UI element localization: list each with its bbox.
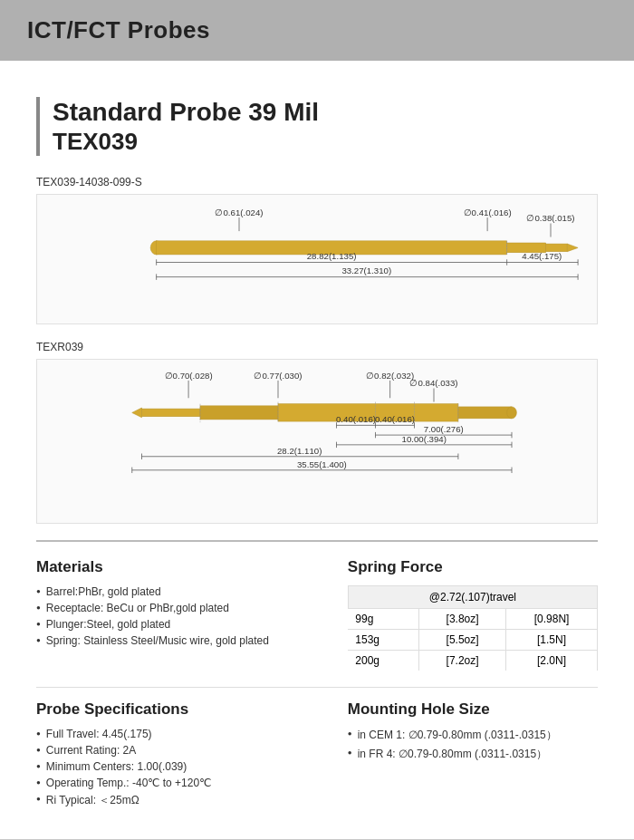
spec-item-2: Current Rating: 2A bbox=[36, 744, 312, 757]
svg-rect-35 bbox=[458, 407, 512, 419]
page-header: ICT/FCT Probes bbox=[0, 0, 634, 61]
divider1 bbox=[36, 540, 598, 542]
svg-marker-31 bbox=[132, 408, 142, 418]
probe1-svg: ∅0.61(.024) ∅0.41(.016) ∅0.38(.015) bbox=[44, 204, 590, 311]
svg-text:∅0.61(.024): ∅0.61(.024) bbox=[215, 208, 263, 217]
spring-row1-col2: [3.8oz] bbox=[419, 608, 506, 629]
spec-item-5: Ri Typical: ＜25mΩ bbox=[36, 793, 312, 808]
probe-specs-title: Probe Specifications bbox=[36, 700, 312, 719]
probe2-section: TEXR039 ∅0.70(.028) ∅0.77(.030) ∅0.82(.0… bbox=[36, 341, 598, 524]
mounting-item-2: in FR 4: ∅0.79-0.80mm (.0311-.0315） bbox=[348, 747, 598, 762]
spring-row3-col3: [2.0N] bbox=[506, 650, 598, 671]
svg-text:∅0.82(.032): ∅0.82(.032) bbox=[366, 371, 414, 381]
svg-text:∅0.41(.016): ∅0.41(.016) bbox=[464, 208, 512, 217]
svg-text:4.45(.175): 4.45(.175) bbox=[522, 251, 562, 261]
spring-row2-col2: [5.5oz] bbox=[419, 629, 506, 650]
material-item-1: Barrel:PhBr, gold plated bbox=[36, 585, 312, 598]
svg-text:∅0.38(.015): ∅0.38(.015) bbox=[526, 213, 574, 223]
table-row: 153g [5.5oz] [1.5N] bbox=[348, 629, 597, 650]
spring-force-header: @2.72(.107)travel bbox=[348, 585, 597, 608]
spec-item-1: Full Travel: 4.45(.175) bbox=[36, 728, 312, 740]
svg-text:0.40(.016): 0.40(.016) bbox=[336, 414, 376, 424]
table-row: 99g [3.8oz] [0.98N] bbox=[348, 608, 597, 629]
svg-text:35.55(1.400): 35.55(1.400) bbox=[297, 459, 347, 469]
page-title-line2: TEX039 bbox=[53, 128, 598, 156]
svg-text:∅0.84(.033): ∅0.84(.033) bbox=[409, 378, 457, 388]
svg-text:28.2(1.110): 28.2(1.110) bbox=[277, 446, 322, 456]
table-row: 200g [7.2oz] [2.0N] bbox=[348, 650, 597, 671]
main-content: Standard Probe 39 Mil TEX039 TEX039-1403… bbox=[0, 61, 634, 839]
material-item-3: Plunger:Steel, gold plated bbox=[36, 618, 312, 631]
probe-specs-list: Full Travel: 4.45(.175) Current Rating: … bbox=[36, 728, 312, 808]
svg-rect-33 bbox=[200, 406, 278, 420]
spec-item-3: Minimum Centers: 1.00(.039) bbox=[36, 760, 312, 773]
mounting-list: in CEM 1: ∅0.79-0.80mm (.0311-.0315） in … bbox=[348, 728, 598, 762]
probe1-diagram: ∅0.61(.024) ∅0.41(.016) ∅0.38(.015) bbox=[36, 194, 598, 324]
svg-rect-32 bbox=[142, 409, 201, 417]
spring-row2-col1: 153g bbox=[348, 629, 418, 650]
materials-springforce-row: Materials Barrel:PhBr, gold plated Recep… bbox=[36, 558, 598, 671]
svg-text:10.00(.394): 10.00(.394) bbox=[402, 434, 447, 444]
specs-mounting-row: Probe Specifications Full Travel: 4.45(.… bbox=[36, 700, 598, 812]
svg-text:7.00(.276): 7.00(.276) bbox=[424, 424, 464, 434]
svg-text:∅0.77(.030): ∅0.77(.030) bbox=[254, 371, 302, 381]
header-title: ICT/FCT Probes bbox=[27, 16, 210, 43]
svg-text:28.82(1.135): 28.82(1.135) bbox=[307, 251, 357, 261]
svg-marker-10 bbox=[567, 244, 578, 252]
svg-text:33.27(1.310): 33.27(1.310) bbox=[341, 266, 391, 275]
probe-specs-section: Probe Specifications Full Travel: 4.45(.… bbox=[36, 700, 312, 812]
spring-force-title: Spring Force bbox=[348, 558, 598, 576]
spring-force-table: @2.72(.107)travel 99g [3.8oz] [0.98N] 15… bbox=[348, 585, 598, 671]
svg-text:0.40(.016): 0.40(.016) bbox=[375, 414, 415, 424]
svg-text:∅0.70(.028): ∅0.70(.028) bbox=[165, 371, 213, 381]
page-title-block: Standard Probe 39 Mil TEX039 bbox=[36, 97, 598, 156]
materials-section: Materials Barrel:PhBr, gold plated Recep… bbox=[36, 558, 312, 671]
spring-force-section: Spring Force @2.72(.107)travel 99g [3.8o… bbox=[348, 558, 598, 671]
material-item-2: Receptacle: BeCu or PhBr,gold plated bbox=[36, 602, 312, 614]
materials-title: Materials bbox=[36, 558, 312, 576]
mounting-title: Mounting Hole Size bbox=[348, 700, 598, 719]
probe1-section: TEX039-14038-099-S ∅0.61(.024) ∅0.41(.01… bbox=[36, 176, 598, 324]
material-item-4: Spring: Stainless Steel/Music wire, gold… bbox=[36, 634, 312, 647]
spring-row3-col1: 200g bbox=[348, 650, 418, 671]
mounting-item-1: in CEM 1: ∅0.79-0.80mm (.0311-.0315） bbox=[348, 728, 598, 743]
probe2-diagram: ∅0.70(.028) ∅0.77(.030) ∅0.82(.032) ∅0.8… bbox=[36, 359, 598, 524]
materials-list: Barrel:PhBr, gold plated Receptacle: BeC… bbox=[36, 585, 312, 647]
svg-point-36 bbox=[507, 407, 517, 419]
probe2-svg: ∅0.70(.028) ∅0.77(.030) ∅0.82(.032) ∅0.8… bbox=[44, 369, 590, 510]
spec-item-4: Operating Temp.: -40℃ to +120℃ bbox=[36, 777, 312, 789]
spring-row3-col2: [7.2oz] bbox=[419, 650, 506, 671]
spring-row1-col3: [0.98N] bbox=[506, 608, 598, 629]
probe2-label: TEXR039 bbox=[36, 341, 598, 353]
spring-row2-col3: [1.5N] bbox=[506, 629, 598, 650]
spring-row1-col1: 99g bbox=[348, 608, 418, 629]
mounting-section: Mounting Hole Size in CEM 1: ∅0.79-0.80m… bbox=[348, 700, 598, 812]
probe1-label: TEX039-14038-099-S bbox=[36, 176, 598, 188]
page-title-line1: Standard Probe 39 Mil bbox=[53, 97, 598, 128]
divider2 bbox=[36, 687, 598, 688]
